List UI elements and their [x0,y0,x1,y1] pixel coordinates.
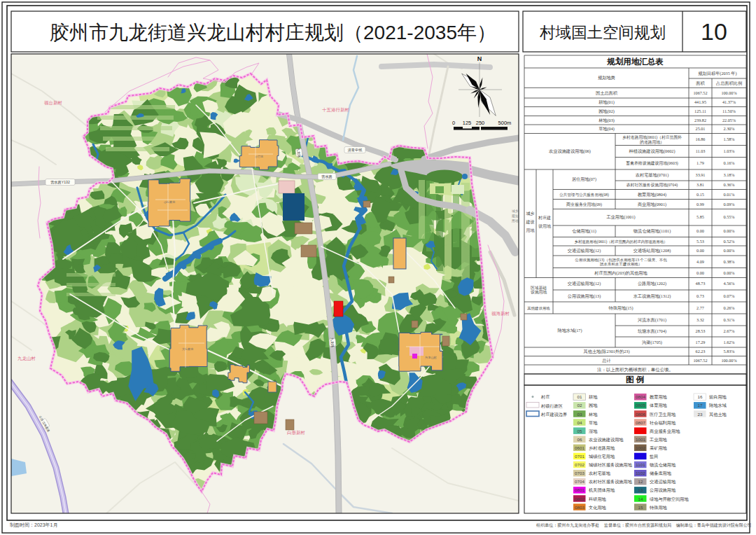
svg-text:科研用地: 科研用地 [589,496,607,502]
svg-text:1067.52: 1067.52 [693,358,707,363]
svg-text:15: 15 [638,505,643,510]
svg-text:陆地水域: 陆地水域 [709,403,727,408]
svg-text:17.29: 17.29 [696,340,706,345]
svg-text:0.52%: 0.52% [724,239,735,244]
svg-text:国土总面积: 国土总面积 [596,90,618,96]
svg-text:0.99: 0.99 [696,202,704,207]
svg-text:0.00%: 0.00% [724,248,735,253]
svg-text:2.77: 2.77 [696,305,704,310]
svg-text:胶州市九龙街道兴龙山村村庄规划（2021-2035年）: 胶州市九龙街道兴龙山村村庄规划（2021-2035年） [50,22,496,43]
svg-text:湿地: 湿地 [589,429,598,433]
svg-text:0.00%: 0.00% [724,228,735,233]
svg-text:面积: 面积 [696,81,705,86]
svg-text:农村宅基地: 农村宅基地 [589,471,611,476]
svg-text:大杭家庄: 大杭家庄 [182,347,195,351]
svg-text:物流仓储用地: 物流仓储用地 [650,462,676,468]
svg-text:区域基础: 区域基础 [531,285,547,290]
svg-text:交通运输用地(12): 交通运输用地(12) [568,281,601,286]
svg-text:3.81: 3.81 [696,182,704,187]
svg-text:23: 23 [698,412,703,417]
svg-text:水工设施用地(1312): 水工设施用地(1312) [634,293,671,299]
svg-text:其他土地: 其他土地 [709,412,727,417]
svg-text:04: 04 [578,420,582,425]
svg-text:设施用地: 设施用地 [531,289,547,295]
svg-text:商业服务业用地(09): 商业服务业用地(09) [566,202,602,207]
svg-text:2.67%: 2.67% [724,328,735,333]
svg-text:0601: 0601 [575,445,584,450]
svg-text:5.85: 5.85 [696,214,704,219]
svg-text:济青中线: 济青中线 [348,148,363,153]
svg-text:0803: 0803 [575,505,584,510]
svg-text:小杭家庄: 小杭家庄 [164,200,176,204]
svg-text:0.00: 0.00 [696,270,704,275]
svg-text:0703: 0703 [575,471,584,475]
svg-text:公共管理与公共服务用地(08): 公共管理与公共服务用地(08) [559,193,609,197]
svg-text:0807: 0807 [636,420,645,425]
svg-text:组织单位：胶州市九龙街道办事处 监督单位：胶州市自然资: 组织单位：胶州市九龙街道办事处 监督单位：胶州市自然资源和规划局 编制单位：青岛… [536,522,751,528]
svg-text:03: 03 [578,412,582,417]
svg-text:交通场站用地(1208): 交通场站用地(1208) [634,248,671,253]
svg-text:林地: 林地 [588,412,598,417]
svg-text:特殊用地: 特殊用地 [650,505,668,510]
svg-text:0.00: 0.00 [696,228,704,233]
svg-text:N: N [477,55,482,62]
svg-text:林地(03): 林地(03) [598,118,615,123]
svg-text:规划用地汇总表: 规划用地汇总表 [606,57,664,66]
svg-text:3.32: 3.32 [696,317,704,322]
svg-text:规划目标年(2035 年): 规划目标年(2035 年) [698,71,736,76]
svg-text:0.26%: 0.26% [724,305,735,310]
svg-text:小官庄: 小官庄 [255,155,264,158]
svg-text:教育用地(0804): 教育用地(0804) [638,192,666,197]
svg-text:采矿用地: 采矿用地 [650,445,668,451]
svg-text:0702: 0702 [575,462,584,467]
svg-text:括水库和水工建设用地）: 括水库和水工建设用地） [600,262,643,267]
svg-text:设用地: 设用地 [538,223,552,229]
svg-text:0802: 0802 [575,496,584,501]
svg-text:农业设施建设用地: 农业设施建设用地 [589,437,624,443]
svg-text:0.16%: 0.16% [724,160,735,165]
svg-text:05: 05 [578,429,582,433]
svg-text:村庄范围内(203)的其他用地: 村庄范围内(203)的其他用地 [594,270,648,276]
svg-text:种植设施建设用地(0602): 种植设施建设用地(0602) [629,148,676,154]
svg-text:九龙山村: 九龙山村 [18,356,36,361]
svg-text:0.15: 0.15 [696,192,704,197]
svg-text:0: 0 [452,120,455,126]
svg-text:62.23: 62.23 [696,349,706,354]
svg-text:农村社区服务设施用地: 农村社区服务设施用地 [589,479,633,485]
svg-text:125: 125 [463,120,472,126]
svg-text:体育用地: 体育用地 [650,403,668,408]
svg-text:营水路Y132: 营水路Y132 [50,180,70,185]
svg-text:园地: 园地 [589,403,598,408]
svg-text:其他建设用地: 其他建设用地 [527,306,550,311]
svg-text:100.00%: 100.00% [721,358,736,363]
svg-text:0.31%: 0.31% [724,317,735,322]
svg-text:规划: 规划 [512,214,519,218]
svg-text:规划地类: 规划地类 [598,75,615,81]
svg-text:陆地水域(17): 陆地水域(17) [557,328,582,333]
svg-text:农业设施建设用地(06): 农业设施建设用地(06) [549,148,591,154]
svg-text:草地(04): 草地(04) [598,126,615,132]
svg-text:畜禽养殖设施建设用地(0603): 畜禽养殖设施建设用地(0603) [626,160,678,166]
svg-text:耕地: 耕地 [589,394,598,399]
svg-text:5.83%: 5.83% [724,349,735,354]
svg-text:村庄: 村庄 [540,394,550,400]
svg-text:沟渠(1705): 沟渠(1705) [642,340,662,345]
svg-text:14: 14 [638,496,643,501]
svg-text:用地: 用地 [526,228,536,233]
svg-text:城乡: 城乡 [526,211,535,216]
svg-text:草地: 草地 [589,420,598,425]
svg-text:的道路用地）: 的道路用地） [640,139,664,145]
svg-text:25.01: 25.01 [696,126,706,131]
svg-text:33.91: 33.91 [696,172,706,177]
svg-text:商业服务业用地: 商业服务业用地 [650,429,680,434]
svg-text:工业用地(1001): 工业用地(1001) [606,214,635,220]
svg-text:1101: 1101 [636,462,645,467]
svg-text:500m: 500m [498,120,512,126]
svg-text:制图时间：2023年1月: 制图时间：2023年1月 [9,522,57,528]
svg-text:1.03%: 1.03% [724,148,735,153]
svg-text:10: 10 [701,18,727,45]
svg-text:22.05%: 22.05% [722,118,736,123]
svg-text:农村社区服务设施用地(0704): 农村社区服务设施用地(0704) [626,182,678,188]
svg-text:园地(02): 园地(02) [598,109,615,114]
svg-text:16: 16 [698,394,703,399]
